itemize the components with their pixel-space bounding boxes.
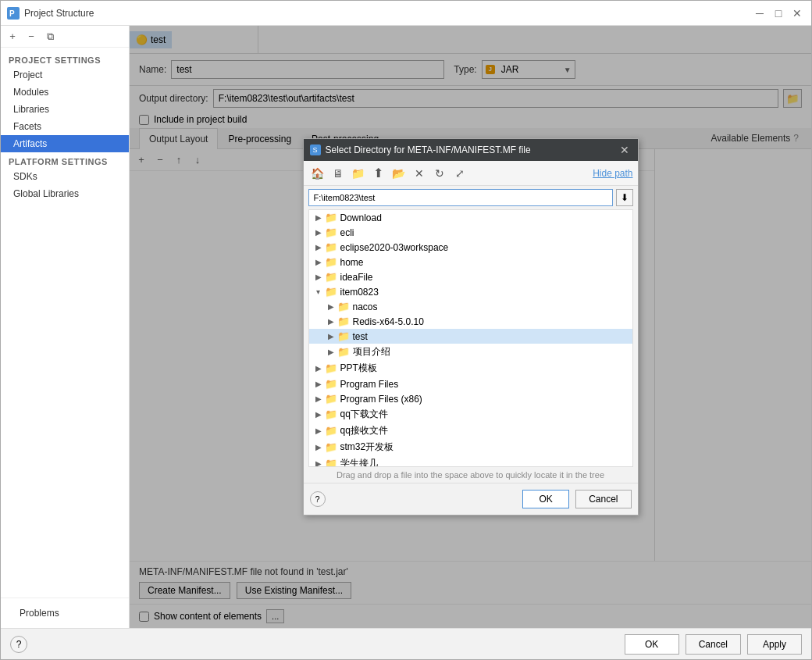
refresh-button[interactable]: ↻ <box>430 164 449 183</box>
folder-icon-project-intro: 📁 <box>337 346 350 358</box>
title-bar: P Project Structure ─ □ ✕ <box>1 1 811 26</box>
tree-item-nacos[interactable]: ▶📁nacos <box>309 299 632 314</box>
sidebar-item-modules[interactable]: Modules <box>1 84 129 101</box>
folder-icon-eclipse2020: 📁 <box>325 241 337 253</box>
path-download-button[interactable]: ⬇ <box>616 189 633 206</box>
new-folder-button[interactable]: 📁 <box>349 164 368 183</box>
tree-item-eclipse2020[interactable]: ▶📁eclipse2020-03workspace <box>309 240 632 255</box>
tree-item-home[interactable]: ▶📁home <box>309 255 632 269</box>
tree-chevron-program-files-x86: ▶ <box>312 394 325 403</box>
tree-label-ideafile: ideaFile <box>340 272 373 283</box>
tree-chevron-stm32: ▶ <box>312 443 325 451</box>
tree-label-ppt: PPT模板 <box>340 362 377 375</box>
tree-item-test[interactable]: ▶📁test <box>309 329 632 344</box>
modal-overlay: S Select Directory for META-INF/MANIFEST… <box>130 26 811 628</box>
tree-item-item0823[interactable]: ▾📁item0823 <box>309 284 632 299</box>
tree-label-item0823: item0823 <box>340 287 379 298</box>
tree-chevron-qq-receive: ▶ <box>312 426 325 435</box>
minimize-button[interactable]: ─ <box>752 5 767 21</box>
sidebar-item-libraries[interactable]: Libraries <box>1 101 129 118</box>
home-button[interactable]: 🏠 <box>308 164 327 183</box>
modal-hint: Drag and drop a file into the space abov… <box>304 467 638 483</box>
folder-icon-item0823: 📁 <box>325 286 337 298</box>
modal-toolbar: 🏠 🖥 📁 ⬆ 📂 ✕ ↻ ⤢ Hide path <box>304 161 638 186</box>
create-folder-button[interactable]: 📂 <box>390 164 408 183</box>
tree-chevron-ideafile: ▶ <box>312 273 325 281</box>
apply-button[interactable]: Apply <box>747 634 802 655</box>
window-title: Project Structure <box>24 8 752 19</box>
desktop-button[interactable]: 🖥 <box>329 164 347 183</box>
tree-item-redis[interactable]: ▶📁Redis-x64-5.0.10 <box>309 314 632 329</box>
tree-chevron-item0823: ▾ <box>312 287 325 296</box>
sidebar-item-artifacts[interactable]: Artifacts <box>1 135 129 152</box>
modal-close-button[interactable]: ✕ <box>618 143 632 157</box>
tree-chevron-nacos: ▶ <box>325 302 337 311</box>
close-button[interactable]: ✕ <box>789 5 805 21</box>
platform-settings-label: Platform Settings <box>1 152 129 168</box>
tree-chevron-home: ▶ <box>312 258 325 266</box>
tree-label-eclipse2020: eclipse2020-03workspace <box>340 242 449 253</box>
tree-label-test: test <box>353 331 368 342</box>
tree-item-project-intro[interactable]: ▶📁项目介绍 <box>309 344 632 360</box>
tree-item-ppt[interactable]: ▶📁PPT模板 <box>309 360 632 376</box>
sidebar-item-project[interactable]: Project <box>1 66 129 84</box>
modal-footer-buttons: OK Cancel <box>522 490 631 508</box>
modal-ok-button[interactable]: OK <box>522 490 569 508</box>
tree-item-download[interactable]: ▶📁Download <box>309 210 632 225</box>
hide-path-link[interactable]: Hide path <box>593 168 632 179</box>
sidebar-item-sdks[interactable]: SDKs <box>1 168 129 185</box>
modal-help-button[interactable]: ? <box>310 491 326 507</box>
sidebar-bottom: Problems <box>1 598 129 628</box>
tree-item-program-files-x86[interactable]: ▶📁Program Files (x86) <box>309 391 632 406</box>
tree-item-stm32[interactable]: ▶📁stm32开发板 <box>309 439 632 455</box>
modal-path-input[interactable] <box>308 189 613 206</box>
main-panel: 🟡 test Name: Type: J JAR ▼ <box>130 26 811 628</box>
tree-label-program-files: Program Files <box>340 379 399 390</box>
folder-icon-ecli: 📁 <box>325 227 337 238</box>
delete-button[interactable]: ✕ <box>410 164 429 183</box>
folder-icon-home: 📁 <box>325 256 337 268</box>
folder-icon-download: 📁 <box>325 212 337 223</box>
directory-tree: ▶📁Download▶📁ecli▶📁eclipse2020-03workspac… <box>308 209 633 467</box>
tree-chevron-ecli: ▶ <box>312 228 325 237</box>
tree-label-nacos: nacos <box>353 301 378 312</box>
sidebar-item-facets[interactable]: Facets <box>1 118 129 135</box>
tree-chevron-eclipse2020: ▶ <box>312 243 325 252</box>
remove-button[interactable]: − <box>23 28 40 45</box>
sidebar-toolbar: + − ⧉ <box>1 26 129 48</box>
folder-icon-ideafile: 📁 <box>325 271 337 283</box>
tree-chevron-program-files: ▶ <box>312 380 325 388</box>
help-button[interactable]: ? <box>10 636 27 653</box>
parent-folder-button[interactable]: ⬆ <box>369 164 388 183</box>
tree-item-student[interactable]: ▶📁学生接几 <box>309 455 632 467</box>
tree-item-qq-download[interactable]: ▶📁qq下载文件 <box>309 406 632 423</box>
tree-label-ecli: ecli <box>340 227 354 238</box>
restore-button[interactable]: □ <box>771 5 786 21</box>
modal-cancel-button[interactable]: Cancel <box>575 490 631 508</box>
modal-footer: ? OK Cancel <box>304 483 638 515</box>
ok-button[interactable]: OK <box>625 634 679 655</box>
window-controls: ─ □ ✕ <box>752 5 805 21</box>
sidebar: + − ⧉ Project Settings Project Modules L… <box>1 26 130 628</box>
tree-label-qq-download: qq下载文件 <box>340 408 388 421</box>
tree-item-ideafile[interactable]: ▶📁ideaFile <box>309 269 632 284</box>
cancel-button[interactable]: Cancel <box>686 634 741 655</box>
tree-item-ecli[interactable]: ▶📁ecli <box>309 225 632 240</box>
folder-icon-student: 📁 <box>325 458 337 467</box>
sidebar-item-problems[interactable]: Problems <box>7 605 123 622</box>
folder-icon-ppt: 📁 <box>325 362 337 374</box>
tree-chevron-redis: ▶ <box>325 317 337 326</box>
tree-label-student: 学生接几 <box>340 457 378 467</box>
tree-item-qq-receive[interactable]: ▶📁qq接收文件 <box>309 423 632 439</box>
expand-button[interactable]: ⤢ <box>451 164 469 183</box>
tree-label-program-files-x86: Program Files (x86) <box>340 394 422 405</box>
sidebar-item-global-libraries[interactable]: Global Libraries <box>1 185 129 202</box>
content-area: + − ⧉ Project Settings Project Modules L… <box>1 26 811 628</box>
tree-item-program-files[interactable]: ▶📁Program Files <box>309 376 632 391</box>
tree-label-project-intro: 项目介绍 <box>353 345 390 359</box>
copy-button[interactable]: ⧉ <box>41 28 59 45</box>
folder-icon-program-files-x86: 📁 <box>325 393 337 405</box>
modal-title-bar: S Select Directory for META-INF/MANIFEST… <box>304 139 638 161</box>
add-button[interactable]: + <box>4 28 21 45</box>
folder-icon-nacos: 📁 <box>337 301 350 312</box>
